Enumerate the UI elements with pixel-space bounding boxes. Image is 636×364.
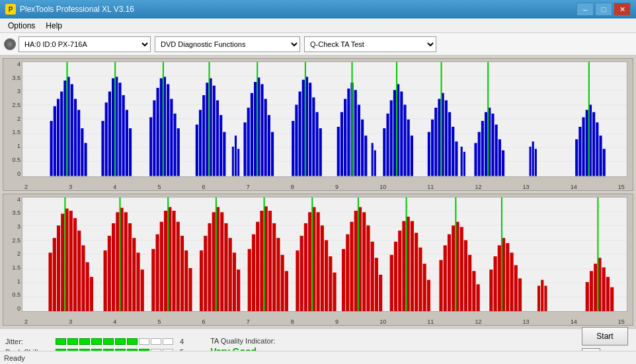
svg-rect-253 — [606, 277, 610, 311]
svg-rect-149 — [108, 235, 111, 311]
svg-rect-100 — [448, 112, 451, 176]
svg-rect-159 — [151, 248, 155, 311]
menu-options[interactable]: Options — [3, 20, 40, 32]
svg-rect-95 — [431, 120, 434, 176]
y-label: 0 — [5, 306, 20, 312]
svg-rect-44 — [213, 86, 216, 176]
svg-rect-154 — [128, 223, 132, 311]
svg-rect-165 — [177, 221, 180, 311]
svg-rect-150 — [112, 223, 115, 311]
svg-rect-249 — [590, 271, 593, 311]
svg-rect-31 — [157, 88, 159, 176]
device-select[interactable]: HA:0 ID:0 PX-716A — [19, 36, 151, 52]
svg-rect-155 — [132, 238, 136, 311]
svg-rect-113 — [498, 139, 501, 176]
svg-rect-24 — [118, 83, 121, 176]
svg-rect-162 — [164, 211, 167, 311]
x-label: 4 — [113, 184, 116, 190]
x-label: 7 — [247, 318, 250, 325]
svg-rect-232 — [468, 254, 471, 311]
x-label: 14 — [571, 318, 577, 325]
svg-rect-236 — [489, 270, 493, 311]
y-label: 0.5 — [5, 292, 20, 298]
top-chart: 0 0.5 1 1.5 2 2.5 3 3.5 4 — [3, 58, 633, 191]
svg-rect-60 — [271, 132, 274, 176]
svg-rect-138 — [57, 225, 60, 311]
svg-rect-146 — [90, 277, 93, 311]
test-select[interactable]: Q-Check TA Test — [304, 36, 436, 52]
ready-text: Ready — [4, 354, 25, 362]
svg-rect-89 — [400, 92, 403, 176]
svg-rect-219 — [411, 221, 414, 311]
svg-rect-97 — [438, 99, 440, 176]
svg-rect-160 — [155, 234, 159, 311]
y-label: 0.5 — [5, 157, 20, 163]
x-label: 3 — [69, 184, 72, 190]
svg-rect-220 — [415, 233, 418, 311]
svg-rect-22 — [112, 78, 114, 176]
svg-rect-108 — [481, 121, 484, 176]
svg-rect-127 — [603, 149, 606, 176]
svg-rect-228 — [452, 225, 455, 311]
title-controls: – □ ✕ — [576, 3, 631, 16]
svg-rect-200 — [329, 256, 332, 311]
minimize-button[interactable]: – — [576, 3, 594, 16]
svg-rect-68 — [312, 97, 315, 176]
svg-rect-137 — [53, 238, 56, 311]
y-label: 2 — [5, 116, 20, 122]
svg-rect-106 — [474, 143, 477, 176]
svg-rect-25 — [122, 95, 125, 176]
svg-rect-32 — [160, 78, 163, 176]
function-select[interactable]: DVD Diagnostic Functions — [155, 36, 300, 52]
main-content: 0 0.5 1 1.5 2 2.5 3 3.5 4 — [0, 55, 636, 328]
svg-rect-252 — [602, 267, 606, 311]
maximize-button[interactable]: □ — [595, 3, 612, 16]
svg-rect-223 — [427, 279, 430, 311]
svg-rect-187 — [272, 223, 276, 311]
svg-rect-143 — [77, 231, 81, 311]
svg-rect-26 — [126, 110, 128, 176]
svg-rect-222 — [423, 264, 426, 311]
svg-rect-65 — [302, 80, 305, 176]
svg-rect-11 — [63, 81, 66, 176]
y-label: 1.5 — [5, 129, 20, 135]
svg-rect-190 — [285, 271, 288, 311]
svg-rect-153 — [124, 212, 128, 311]
svg-rect-248 — [586, 281, 589, 311]
svg-rect-14 — [74, 99, 77, 176]
y-label: 2 — [5, 251, 20, 257]
svg-rect-195 — [308, 212, 311, 311]
svg-rect-186 — [268, 211, 272, 311]
svg-rect-79 — [361, 120, 364, 176]
svg-rect-172 — [208, 223, 211, 311]
svg-rect-63 — [295, 105, 298, 176]
svg-rect-84 — [383, 128, 385, 176]
close-button[interactable]: ✕ — [614, 3, 631, 16]
y-label: 3.5 — [5, 210, 20, 216]
menu-help[interactable]: Help — [40, 20, 67, 32]
svg-rect-92 — [411, 135, 413, 176]
svg-rect-99 — [445, 100, 448, 176]
svg-rect-90 — [403, 105, 406, 176]
svg-rect-231 — [464, 240, 467, 311]
svg-rect-161 — [160, 221, 163, 311]
svg-rect-73 — [340, 112, 343, 176]
jitter-seg-6 — [115, 338, 126, 345]
jitter-seg-3 — [79, 338, 90, 345]
svg-rect-211 — [375, 258, 378, 311]
svg-rect-250 — [594, 264, 597, 311]
svg-rect-217 — [402, 221, 405, 311]
x-label: 10 — [379, 318, 386, 325]
svg-rect-168 — [188, 268, 192, 311]
svg-rect-87 — [393, 90, 396, 176]
menu-bar: Options Help — [0, 18, 636, 33]
svg-rect-157 — [141, 270, 144, 311]
svg-rect-21 — [108, 92, 111, 176]
svg-rect-101 — [452, 127, 454, 176]
svg-rect-167 — [184, 250, 188, 311]
x-label: 6 — [202, 318, 206, 325]
svg-rect-16 — [81, 128, 83, 176]
x-label: 9 — [335, 318, 338, 325]
start-button[interactable]: Start — [582, 327, 628, 346]
x-label: 2 — [24, 318, 28, 325]
